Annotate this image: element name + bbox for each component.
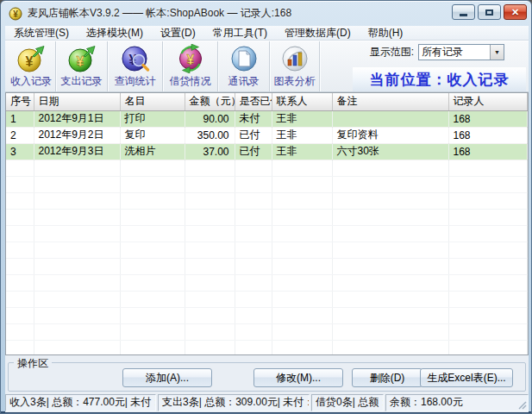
table-empty-row [6, 307, 528, 323]
export-excel-button[interactable]: 生成Excel表(E)... [420, 368, 513, 387]
column-header-1[interactable]: 日期 [34, 93, 120, 110]
operation-group-label: 操作区 [14, 356, 52, 371]
toolbar: ¥ 收入记录 ¥ 支出记录 ¥ [5, 41, 529, 92]
table-empty-row [6, 160, 528, 176]
loan-status-icon: ¥ [176, 44, 205, 73]
status-loan: 借贷0条| 总额：0.00元 [311, 394, 384, 411]
status-bar: 收入3条| 总额：477.00元| 未付：90.00元 支出3条| 总额：309… [5, 394, 529, 411]
table-cell: 复印 [120, 127, 185, 143]
menu-modules[interactable]: 选择模块(M) [78, 26, 152, 40]
svg-text:¥: ¥ [186, 53, 194, 67]
chevron-down-icon[interactable]: ▼ [490, 45, 504, 60]
column-header-3[interactable]: 金额（元） [185, 93, 235, 110]
toolbar-button-label: 收入记录 [10, 74, 52, 89]
table-cell: 2 [6, 127, 34, 143]
income-records-button[interactable]: ¥ 收入记录 [7, 41, 56, 91]
title-bar[interactable]: ¥ 麦风店铺帐本V3.9.2 —— 帐本:ShopABook — 记录人:168… [1, 1, 531, 26]
close-button[interactable]: ✕ [504, 4, 527, 20]
table-cell: 3 [6, 143, 34, 160]
minimize-button[interactable] [452, 4, 475, 20]
table-cell: 六寸30张 [332, 143, 448, 160]
modify-button[interactable]: 修改(M)... [253, 368, 343, 387]
records-table: 序号日期名目金额（元）是否已付联系人备注记录人 12012年9月1日打印90.0… [6, 93, 528, 355]
table-cell: 2012年9月1日 [34, 110, 120, 127]
column-header-7[interactable]: 记录人 [448, 93, 528, 110]
table-cell: 2012年9月3日 [34, 143, 120, 160]
svg-text:¥: ¥ [76, 54, 84, 69]
table-header-row: 序号日期名目金额（元）是否已付联系人备注记录人 [6, 93, 528, 110]
contacts-button[interactable]: 通讯录 [218, 41, 270, 91]
column-header-4[interactable]: 是否已付 [235, 93, 272, 110]
query-statistics-button[interactable]: ¥ 查询统计 [108, 41, 163, 91]
menu-bar: 系统管理(S) 选择模块(M) 设置(D) 常用工具(T) 管理数据库(D) 帮… [5, 26, 529, 41]
column-header-0[interactable]: 序号 [6, 93, 34, 110]
menu-help[interactable]: 帮助(H) [360, 26, 412, 40]
table-empty-row [6, 209, 528, 225]
table-empty-row [6, 258, 528, 274]
loan-status-button[interactable]: ¥ 借贷情况 [163, 41, 218, 91]
toolbar-buttons: ¥ 收入记录 ¥ 支出记录 ¥ [7, 41, 320, 91]
maximize-button[interactable] [478, 4, 501, 20]
contacts-icon [229, 44, 259, 73]
table-empty-row [6, 176, 528, 192]
table-cell: 洗相片 [120, 143, 185, 160]
table-cell: 168 [448, 110, 528, 127]
table-body: 12012年9月1日打印90.00未付王非16822012年9月2日复印350.… [6, 110, 528, 355]
table-empty-row [6, 340, 528, 355]
display-range-label: 显示范围: [370, 45, 414, 60]
chart-analysis-button[interactable]: 图表分析 [270, 41, 320, 91]
column-header-5[interactable]: 联系人 [272, 93, 332, 110]
table-empty-row [6, 274, 528, 291]
records-table-container: 序号日期名目金额（元）是否已付联系人备注记录人 12012年9月1日打印90.0… [5, 92, 529, 355]
table-row[interactable]: 12012年9月1日打印90.00未付王非168 [6, 110, 528, 127]
window-controls: ✕ [452, 4, 527, 20]
display-range-row: 显示范围: 所有记录 ▼ [370, 44, 504, 60]
income-coin-icon: ¥ [16, 44, 46, 73]
table-cell: 已付 [235, 143, 272, 160]
current-location-text: 当前位置：收入记录 [370, 70, 510, 90]
table-empty-row [6, 242, 528, 258]
menu-settings[interactable]: 设置(D) [152, 26, 204, 40]
toolbar-button-label: 借贷情况 [170, 74, 211, 89]
toolbar-button-label: 通讯录 [228, 74, 260, 89]
table-cell: 1 [6, 110, 34, 127]
toolbar-button-label: 图表分析 [274, 74, 316, 89]
table-cell: 打印 [120, 110, 185, 127]
menu-tools[interactable]: 常用工具(T) [204, 26, 276, 40]
minimize-icon [460, 14, 467, 16]
table-cell: 168 [448, 143, 528, 160]
toolbar-button-label: 支出记录 [61, 74, 103, 89]
menu-database[interactable]: 管理数据库(D) [276, 26, 360, 40]
table-cell: 复印资料 [332, 127, 448, 143]
table-empty-row [6, 192, 528, 209]
resize-grip[interactable] [516, 399, 527, 410]
app-window: ¥ 麦风店铺帐本V3.9.2 —— 帐本:ShopABook — 记录人:168… [0, 0, 532, 414]
add-button[interactable]: 添加(A)... [122, 368, 212, 387]
table-cell: 90.00 [185, 110, 235, 127]
delete-button[interactable]: 删除(D) [352, 368, 422, 387]
table-cell: 168 [448, 127, 528, 143]
status-income: 收入3条| 总额：477.00元| 未付：90.00元 [5, 394, 156, 411]
status-expense: 支出3条| 总额：309.00元| 未付：0.00元 [158, 394, 310, 411]
table-row[interactable]: 32012年9月3日洗相片37.00已付王非六寸30张168 [6, 143, 528, 160]
display-range-select[interactable]: 所有记录 ▼ [418, 44, 504, 60]
table-cell: 已付 [235, 127, 272, 143]
table-empty-row [6, 291, 528, 307]
table-cell: 2012年9月2日 [34, 127, 120, 143]
window-title: 麦风店铺帐本V3.9.2 —— 帐本:ShopABook — 记录人:168 [28, 6, 291, 21]
chart-analysis-icon [280, 44, 310, 73]
table-row[interactable]: 22012年9月2日复印350.00已付王非复印资料168 [6, 127, 528, 143]
current-location-panel: 当前位置：收入记录 [353, 67, 526, 91]
expense-records-button[interactable]: ¥ 支出记录 [56, 41, 108, 91]
column-header-6[interactable]: 备注 [332, 93, 448, 110]
operation-groupbox: 操作区 添加(A)... 修改(M)... 删除(D) 生成Excel表(E).… [8, 362, 526, 392]
expense-coin-icon: ¥ [67, 44, 97, 73]
menu-system[interactable]: 系统管理(S) [5, 26, 78, 40]
table-cell: 王非 [272, 110, 332, 127]
table-cell [332, 110, 448, 127]
column-header-2[interactable]: 名目 [120, 93, 185, 110]
table-empty-row [6, 225, 528, 242]
svg-text:¥: ¥ [26, 54, 34, 69]
close-icon: ✕ [511, 8, 519, 17]
status-balance: 余额：168.00元 [385, 394, 529, 411]
